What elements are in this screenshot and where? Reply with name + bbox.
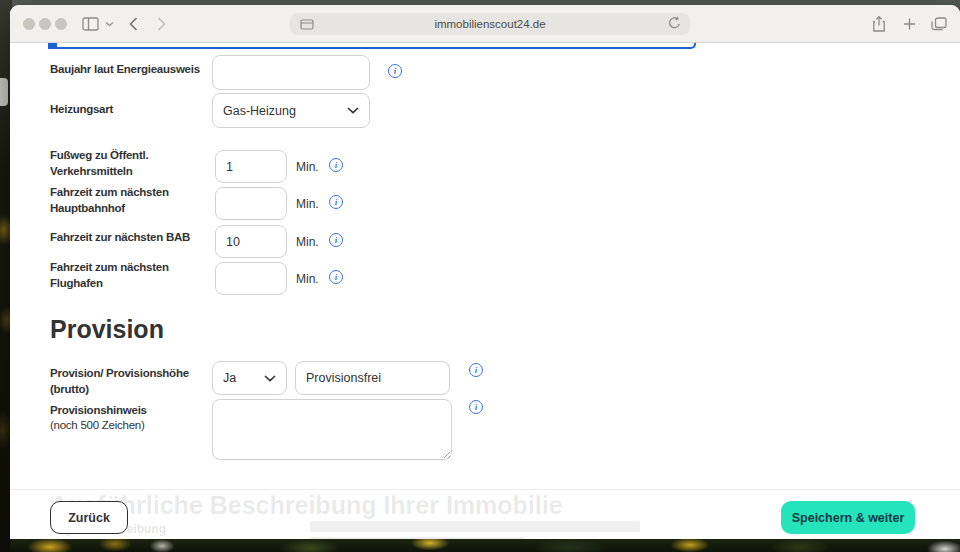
info-icon-baujahr[interactable]: i	[388, 64, 402, 78]
url-text[interactable]: immobilienscout24.de	[290, 18, 690, 30]
footer-divider	[10, 489, 960, 490]
field-label-bab: Fahrzeit zur nächsten BAB	[50, 229, 190, 245]
page-content: Baujahr laut Energieausweis i Heizungsar…	[10, 43, 960, 539]
desktop-background: immobilienscout24.de	[0, 0, 960, 552]
window-zoom-button[interactable]	[55, 18, 67, 30]
chevron-down-icon	[264, 375, 276, 382]
field-label-fussweg: Fußweg zu Öffentl.Verkehrsmitteln	[50, 147, 148, 179]
hauptbahnhof-input[interactable]	[215, 187, 287, 220]
sidebar-toggle-icon[interactable]	[82, 17, 99, 31]
section-heading-provision: Provision	[50, 315, 164, 344]
provisionshinweis-textarea[interactable]	[212, 399, 452, 460]
info-icon-flughafen[interactable]: i	[329, 270, 343, 284]
flughafen-input[interactable]	[215, 262, 287, 295]
back-button[interactable]: Zurück	[50, 501, 128, 534]
chevron-down-icon	[347, 107, 359, 114]
field-label-hauptbahnhof: Fahrzeit zum nächstenHauptbahnhof	[50, 184, 169, 216]
back-button-icon[interactable]	[129, 16, 138, 31]
baujahr-input[interactable]	[212, 55, 370, 90]
website-settings-icon[interactable]	[300, 17, 314, 35]
info-icon-provisionshinweis[interactable]: i	[469, 400, 483, 414]
focused-field-handle	[48, 43, 57, 49]
field-label-heizungsart: Heizungsart	[50, 101, 113, 117]
new-tab-icon[interactable]	[903, 17, 916, 30]
background-window-edge	[0, 78, 8, 106]
address-bar[interactable]: immobilienscout24.de	[290, 13, 690, 35]
sidebar-chevron-down-icon[interactable]	[105, 21, 114, 27]
info-icon-bab[interactable]: i	[329, 233, 343, 247]
provisionshinweis-counter: (noch 500 Zeichen)	[50, 419, 145, 431]
fussweg-input[interactable]	[215, 150, 287, 183]
window-minimize-button[interactable]	[39, 18, 51, 30]
safari-window: immobilienscout24.de	[10, 5, 960, 552]
field-label-baujahr: Baujahr laut Energieausweis	[50, 61, 200, 77]
unit-min: Min.	[296, 197, 319, 211]
unit-min: Min.	[296, 235, 319, 249]
tab-overview-icon[interactable]	[931, 17, 947, 31]
page-photo-strip	[10, 539, 960, 552]
field-label-provisionshinweis: Provisionshinweis	[50, 402, 147, 418]
forward-button-icon[interactable]	[157, 16, 166, 31]
provision-select[interactable]: Ja	[212, 361, 287, 395]
field-label-provisionshoehe: Provision/ Provisionshöhe(brutto)	[50, 365, 189, 397]
unit-min: Min.	[296, 160, 319, 174]
next-section-text-line	[310, 521, 640, 532]
share-icon[interactable]	[872, 15, 886, 32]
heizungsart-selected-value: Gas-Heizung	[223, 104, 296, 118]
unit-min: Min.	[296, 272, 319, 286]
window-close-button[interactable]	[23, 18, 35, 30]
provision-selected-value: Ja	[223, 371, 236, 385]
field-label-flughafen: Fahrzeit zum nächstenFlughafen	[50, 259, 169, 291]
browser-toolbar: immobilienscout24.de	[10, 5, 960, 43]
save-continue-button[interactable]: Speichern & weiter	[781, 501, 915, 534]
bab-input[interactable]	[215, 225, 287, 258]
info-icon-hauptbahnhof[interactable]: i	[329, 195, 343, 209]
heizungsart-select[interactable]: Gas-Heizung	[212, 93, 370, 128]
provisionshoehe-input[interactable]	[295, 361, 450, 395]
info-icon-provision[interactable]: i	[469, 363, 483, 377]
reload-icon[interactable]	[668, 16, 681, 34]
info-icon-fussweg[interactable]: i	[329, 158, 343, 172]
focused-field-remnant[interactable]	[48, 43, 696, 49]
